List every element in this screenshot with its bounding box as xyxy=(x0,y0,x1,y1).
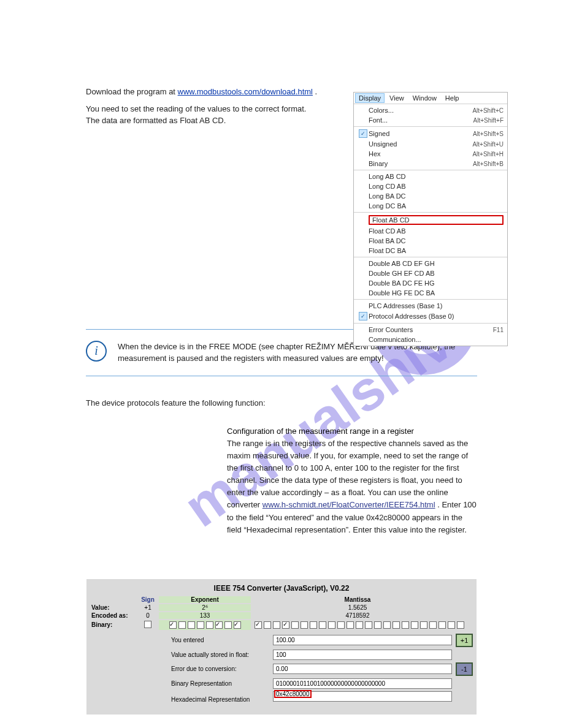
menu-item-label: Colors... xyxy=(369,107,469,114)
display-menubar: Display View Window Help xyxy=(354,93,507,104)
menu-display[interactable]: Display xyxy=(355,93,385,103)
bit-checkbox[interactable] xyxy=(310,621,317,629)
bit-checkbox[interactable] xyxy=(347,621,354,629)
bit-checkbox[interactable] xyxy=(215,621,223,629)
menu-item-colors[interactable]: Colors... Alt+Shift+C xyxy=(354,105,507,115)
bit-checkbox[interactable] xyxy=(365,621,372,629)
section2-body-a: The range is in the registers of the res… xyxy=(227,439,468,510)
menu-item-shortcut: Alt+Shift+C xyxy=(469,107,504,114)
menu-item-label: Communication... xyxy=(369,336,504,343)
bit-checkbox[interactable] xyxy=(188,621,195,629)
bit-checkbox[interactable] xyxy=(291,621,299,629)
menu-item-unsigned[interactable]: Unsigned Alt+Shift+U xyxy=(354,139,507,149)
menu-item-font[interactable]: Font... Alt+Shift+F xyxy=(354,115,507,125)
download-link[interactable]: www.modbustools.com/download.html xyxy=(178,87,313,96)
menu-view[interactable]: View xyxy=(386,93,408,103)
bit-checkbox[interactable] xyxy=(328,621,335,629)
menu-item[interactable]: Double BA DC FE HG xyxy=(354,278,507,288)
menu-item-signed[interactable]: ✓ Signed Alt+Shift+S xyxy=(354,128,507,139)
menu-item-protocol-addresses[interactable]: ✓ Protocol Addresses (Base 0) xyxy=(354,311,507,322)
bit-checkbox[interactable] xyxy=(273,621,280,629)
section2-body: The range is in the registers of the res… xyxy=(227,438,477,536)
menu-item-label: Double GH EF CD AB xyxy=(369,270,504,277)
ieee-header-exponent: Exponent xyxy=(159,596,251,603)
bit-checkbox[interactable] xyxy=(301,621,308,629)
ieee-step-minus-button[interactable]: -1 xyxy=(456,662,473,676)
menu-item[interactable]: Double AB CD EF GH xyxy=(354,259,507,268)
menu-group-misc: Error CountersF11 Communication... xyxy=(354,323,507,346)
bit-checkbox[interactable] xyxy=(197,621,204,629)
ieee-form-you-entered-input[interactable] xyxy=(273,635,452,645)
menu-item-binary[interactable]: Binary Alt+Shift+B xyxy=(354,159,507,169)
menu-item-label: Long CD AB xyxy=(369,183,504,190)
menu-item-hex[interactable]: Hex Alt+Shift+H xyxy=(354,149,507,159)
ieee-header-sign: Sign xyxy=(137,596,159,603)
menu-item[interactable]: Double HG FE DC BA xyxy=(354,288,507,298)
menu-item[interactable]: Long CD AB xyxy=(354,181,507,191)
menu-item-label: Float AB CD xyxy=(369,215,504,225)
bit-checkbox[interactable] xyxy=(439,621,446,629)
bit-checkbox[interactable] xyxy=(169,621,177,629)
bit-checkbox[interactable] xyxy=(234,621,241,629)
float-converter-link[interactable]: www.h-schmidt.net/FloatConverter/IEEE754… xyxy=(262,500,435,509)
menu-item[interactable]: Double GH EF CD AB xyxy=(354,268,507,278)
ieee-encoded-exponent: 133 xyxy=(159,612,251,619)
menu-item-shortcut: Alt+Shift+B xyxy=(469,161,504,167)
ieee-title: IEEE 754 Converter (JavaScript), V0.22 xyxy=(91,583,472,596)
menu-group-colors-font: Colors... Alt+Shift+C Font... Alt+Shift+… xyxy=(354,104,507,126)
menu-item[interactable]: Long BA DC xyxy=(354,191,507,201)
ieee-header-mantissa: Mantissa xyxy=(251,596,464,603)
bit-checkbox[interactable] xyxy=(448,621,455,629)
menu-item-label: Float CD AB xyxy=(369,227,504,235)
bit-checkbox[interactable] xyxy=(206,621,213,629)
menu-item-error-counters[interactable]: Error CountersF11 xyxy=(354,325,507,335)
bit-checkbox[interactable] xyxy=(282,621,289,629)
menu-item-label: Font... xyxy=(369,116,470,124)
menu-item[interactable]: Long DC BA xyxy=(354,201,507,211)
ieee-bits-exponent xyxy=(159,620,251,630)
bit-checkbox[interactable] xyxy=(264,621,271,629)
ieee754-converter: IEEE 754 Converter (JavaScript), V0.22 S… xyxy=(86,579,477,715)
bit-checkbox[interactable] xyxy=(393,621,400,629)
intro-paragraph-2: You need to set the reading of the value… xyxy=(86,103,307,127)
menu-item[interactable]: Float CD AB xyxy=(354,226,507,236)
bit-checkbox[interactable] xyxy=(178,621,186,629)
bit-checkbox[interactable] xyxy=(402,621,409,629)
display-menu: Display View Window Help Colors... Alt+S… xyxy=(353,92,508,346)
bit-checkbox[interactable] xyxy=(457,621,464,629)
bit-checkbox[interactable] xyxy=(374,621,381,629)
menu-item-label: Long DC BA xyxy=(369,202,504,210)
ieee-bit-sign[interactable] xyxy=(137,621,159,629)
menu-item[interactable]: Float BA DC xyxy=(354,236,507,246)
menu-item-label: Hex xyxy=(369,150,469,157)
ieee-form-hex-label: Hexadecimal Representation xyxy=(171,696,269,703)
bit-checkbox[interactable] xyxy=(429,621,437,629)
bit-checkbox[interactable] xyxy=(420,621,427,629)
bit-checkbox[interactable] xyxy=(224,621,232,629)
ieee-form-error-input[interactable] xyxy=(273,664,452,674)
menu-item-float-abcd[interactable]: Float AB CD xyxy=(354,214,507,226)
ieee-form-hex-input-wrap: 0x42c80000 xyxy=(273,691,452,708)
menu-item[interactable]: Long AB CD xyxy=(354,172,507,181)
ieee-form-hex-value[interactable]: 0x42c80000 xyxy=(275,691,311,697)
bit-checkbox[interactable] xyxy=(319,621,326,629)
menu-item[interactable]: Float DC BA xyxy=(354,246,507,256)
bit-checkbox[interactable] xyxy=(411,621,418,629)
bit-checkbox[interactable] xyxy=(337,621,345,629)
menu-item-label: Double AB CD EF GH xyxy=(369,260,504,267)
menu-item-communication[interactable]: Communication... xyxy=(354,335,507,344)
menu-window[interactable]: Window xyxy=(409,93,440,103)
menu-help[interactable]: Help xyxy=(442,93,463,103)
menu-item-shortcut: Alt+Shift+U xyxy=(469,141,504,148)
bit-checkbox[interactable] xyxy=(144,621,151,628)
info-icon: i xyxy=(86,341,107,362)
bit-checkbox[interactable] xyxy=(255,621,262,629)
bit-checkbox[interactable] xyxy=(383,621,391,629)
menu-item-plc-addresses[interactable]: PLC Addresses (Base 1) xyxy=(354,301,507,311)
menu-item-shortcut: F11 xyxy=(489,327,504,333)
ieee-form-binary-input[interactable] xyxy=(273,678,452,689)
ieee-row-encoded-label: Encoded as: xyxy=(91,612,137,619)
ieee-form-stored-input[interactable] xyxy=(273,650,452,660)
bit-checkbox[interactable] xyxy=(356,621,363,629)
ieee-step-plus-button[interactable]: +1 xyxy=(456,634,473,647)
